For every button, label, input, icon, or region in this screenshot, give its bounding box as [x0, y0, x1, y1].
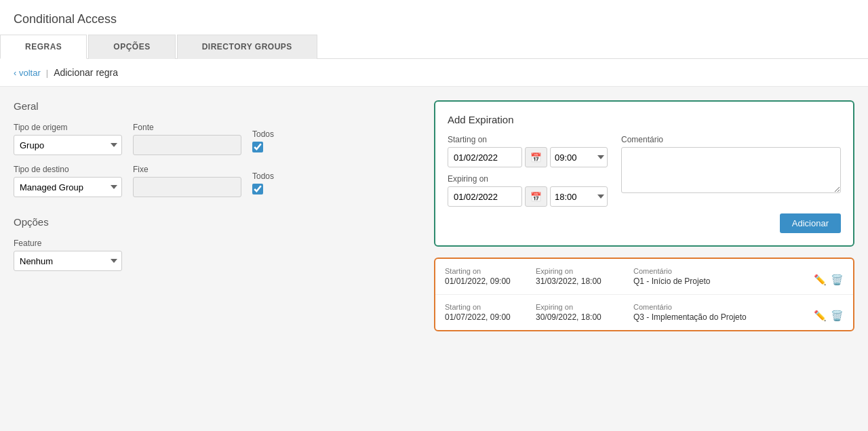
tipo-destino-label: Tipo de destino — [14, 165, 122, 174]
fonte-label: Fonte — [133, 123, 241, 132]
feature-select[interactable]: Nenhum Opção 1 Opção 2 — [14, 251, 122, 271]
tab-opcoes[interactable]: OPÇÕES — [88, 35, 175, 59]
tipo-destino-group: Tipo de destino Managed Group Grupo — [14, 165, 122, 197]
starting-on-date-input[interactable] — [448, 147, 522, 167]
expiration-form: Starting on 📅 09:00 10:00 18:00 — [448, 135, 841, 207]
page-title: Conditional Access — [0, 0, 868, 35]
left-panel: Geral Tipo de origem Grupo Usuário Fonte — [14, 100, 420, 271]
add-expiration-card: Add Expiration Starting on 📅 09: — [434, 100, 854, 247]
starting-on-time-select[interactable]: 09:00 10:00 18:00 — [550, 147, 608, 167]
todos-group-destino: Todos — [252, 171, 274, 197]
delete-btn-2[interactable]: 🗑️ — [831, 310, 844, 322]
tab-regras[interactable]: REGRAS — [0, 35, 87, 59]
exp-expiring-value-2: 30/09/2022, 18:00 — [536, 312, 617, 322]
expiring-on-calendar-btn[interactable]: 📅 — [525, 186, 547, 207]
fixe-input[interactable] — [133, 177, 241, 197]
tab-directory-groups[interactable]: DIRECTORY GROUPS — [177, 35, 317, 59]
exp-comentario-label-1: Comentário — [633, 267, 797, 275]
exp-actions-1: ✏️ 🗑️ — [814, 267, 844, 286]
breadcrumb: ‹ voltar | Adicionar regra — [0, 59, 868, 87]
breadcrumb-current: Adicionar regra — [54, 67, 118, 78]
tabs-bar: REGRAS OPÇÕES DIRECTORY GROUPS — [0, 35, 868, 59]
exp-starting-label-1: Starting on — [445, 267, 519, 275]
opcoes-section: Opções Feature Nenhum Opção 1 Opção 2 — [14, 216, 420, 271]
geral-title: Geral — [14, 100, 420, 112]
geral-section: Geral Tipo de origem Grupo Usuário Fonte — [14, 100, 420, 197]
geral-form: Tipo de origem Grupo Usuário Fonte To — [14, 123, 420, 155]
comentario-label: Comentário — [621, 135, 841, 144]
expiration-list-item: Starting on 01/01/2022, 09:00 Expiring o… — [435, 259, 853, 295]
back-link[interactable]: ‹ voltar — [14, 68, 41, 78]
starting-on-label: Starting on — [448, 135, 608, 144]
exp-col-starting-2: Starting on 01/07/2022, 09:00 — [445, 303, 519, 322]
tipo-origem-select[interactable]: Grupo Usuário — [14, 135, 122, 155]
todos-checkbox-origem[interactable] — [252, 142, 263, 152]
exp-col-comentario-2: Comentário Q3 - Implementação do Projeto — [633, 303, 797, 322]
calendar-icon: 📅 — [530, 152, 542, 163]
geral-form-row2: Tipo de destino Managed Group Grupo Fixe — [14, 165, 420, 197]
exp-col-expiring-2: Expiring on 30/09/2022, 18:00 — [536, 303, 617, 322]
add-expiration-title: Add Expiration — [448, 114, 841, 125]
calendar-icon-2: 📅 — [530, 192, 542, 202]
fonte-group: Fonte — [133, 123, 241, 155]
comentario-textarea[interactable] — [621, 147, 841, 193]
exp-starting-label-2: Starting on — [445, 303, 519, 311]
breadcrumb-separator: | — [46, 68, 48, 78]
tipo-destino-select[interactable]: Managed Group Grupo — [14, 177, 122, 197]
fixe-group: Fixe — [133, 165, 241, 197]
adicionar-expiration-btn[interactable]: Adicionar — [780, 213, 841, 233]
fonte-input[interactable] — [133, 135, 241, 155]
expiring-on-group: Expiring on 📅 18:00 09:00 10:00 — [448, 174, 608, 207]
exp-comentario-value-2: Q3 - Implementação do Projeto — [633, 312, 797, 322]
expiration-list-card: Starting on 01/01/2022, 09:00 Expiring o… — [434, 258, 854, 331]
expiring-on-label: Expiring on — [448, 174, 608, 184]
todos-checkbox-destino[interactable] — [252, 184, 263, 194]
date-fields: Starting on 📅 09:00 10:00 18:00 — [448, 135, 608, 207]
exp-col-starting-1: Starting on 01/01/2022, 09:00 — [445, 267, 519, 286]
tipo-origem-group: Tipo de origem Grupo Usuário — [14, 123, 122, 155]
main-content: Geral Tipo de origem Grupo Usuário Fonte — [0, 87, 868, 426]
edit-btn-1[interactable]: ✏️ — [814, 274, 827, 286]
exp-expiring-value-1: 31/03/2022, 18:00 — [536, 276, 617, 286]
todos-group-origem: Todos — [252, 129, 274, 155]
exp-comentario-label-2: Comentário — [633, 303, 797, 311]
expiration-list-item-2: Starting on 01/07/2022, 09:00 Expiring o… — [435, 295, 853, 330]
edit-btn-2[interactable]: ✏️ — [814, 310, 827, 322]
comentario-group: Comentário — [621, 135, 841, 193]
exp-comentario-value-1: Q1 - Início de Projeto — [633, 276, 797, 286]
todos-label-origem: Todos — [252, 129, 274, 139]
exp-starting-value-2: 01/07/2022, 09:00 — [445, 312, 519, 322]
exp-col-expiring-1: Expiring on 31/03/2022, 18:00 — [536, 267, 617, 286]
exp-starting-value-1: 01/01/2022, 09:00 — [445, 276, 519, 286]
expiring-on-date-input[interactable] — [448, 186, 522, 207]
todos-label-destino: Todos — [252, 171, 274, 181]
starting-on-calendar-btn[interactable]: 📅 — [525, 147, 547, 167]
bottom-actions: Cancelar Adicionar regra — [0, 426, 868, 431]
exp-col-comentario-1: Comentário Q1 - Início de Projeto — [633, 267, 797, 286]
starting-on-group: Starting on 📅 09:00 10:00 18:00 — [448, 135, 608, 167]
feature-label: Feature — [14, 239, 420, 248]
opcoes-title: Opções — [14, 216, 420, 228]
fixe-label: Fixe — [133, 165, 241, 174]
exp-actions-2: ✏️ 🗑️ — [814, 303, 844, 322]
exp-expiring-label-2: Expiring on — [536, 303, 617, 311]
expiring-on-time-select[interactable]: 18:00 09:00 10:00 — [550, 186, 608, 207]
delete-btn-1[interactable]: 🗑️ — [831, 274, 844, 286]
right-panel: Add Expiration Starting on 📅 09: — [434, 100, 854, 331]
tipo-origem-label: Tipo de origem — [14, 123, 122, 132]
feature-group: Feature Nenhum Opção 1 Opção 2 — [14, 239, 420, 271]
exp-expiring-label-1: Expiring on — [536, 267, 617, 275]
